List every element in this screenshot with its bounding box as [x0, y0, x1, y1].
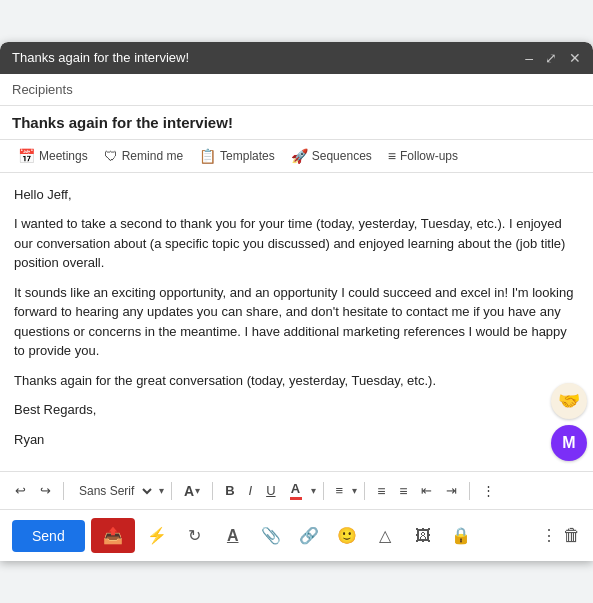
- lightning-button[interactable]: ⚡: [141, 520, 173, 552]
- body-closing: Best Regards,: [14, 400, 579, 420]
- follow-ups-label: Follow-ups: [400, 149, 458, 163]
- more-options-button[interactable]: ⋮: [541, 526, 557, 545]
- underline-button[interactable]: U: [261, 480, 280, 501]
- minimize-button[interactable]: –: [525, 50, 533, 66]
- recipients-row[interactable]: Recipients: [0, 74, 593, 106]
- toolbar-templates[interactable]: 📋 Templates: [193, 144, 281, 168]
- font-family-select[interactable]: Sans Serif: [71, 481, 155, 501]
- bottom-bar: Send 📤 ⚡ ↻ A 📎 🔗 🙂 △ 🖼 🔒: [0, 509, 593, 561]
- lightning-icon: ⚡: [147, 526, 167, 545]
- toolbar-sequences[interactable]: 🚀 Sequences: [285, 144, 378, 168]
- refresh-button[interactable]: ↻: [179, 520, 211, 552]
- lock-icon: 🔒: [451, 526, 471, 545]
- font-size-button[interactable]: A ▾: [179, 480, 205, 502]
- text-format-icon: A: [227, 527, 239, 545]
- emoji-button[interactable]: 🙂: [331, 520, 363, 552]
- body-greeting: Hello Jeff,: [14, 185, 579, 205]
- schedule-send-button[interactable]: 📤: [91, 518, 135, 553]
- format-toolbar: ↩ ↪ Sans Serif ▾ A ▾ B I U A ▾ ≡ ▾ ≡ ≡ ⇤…: [0, 471, 593, 509]
- email-body[interactable]: Hello Jeff, I wanted to take a second to…: [0, 173, 593, 472]
- body-para2: It sounds like an exciting opportunity, …: [14, 283, 579, 361]
- follow-ups-icon: ≡: [388, 148, 396, 164]
- ordered-list-button[interactable]: ≡: [372, 480, 390, 502]
- send-button[interactable]: Send: [12, 520, 85, 552]
- indent-increase-button[interactable]: ⇥: [441, 480, 462, 501]
- sequences-icon: 🚀: [291, 148, 308, 164]
- window-controls: – ⤢ ✕: [525, 50, 581, 66]
- attachment-icon: 📎: [261, 526, 281, 545]
- body-signature: Ryan: [14, 430, 579, 450]
- redo-button[interactable]: ↪: [35, 480, 56, 501]
- font-color-arrow-icon: ▾: [311, 485, 316, 496]
- separator-2: [171, 482, 172, 500]
- email-compose-window: Thanks again for the interview! – ⤢ ✕ Re…: [0, 42, 593, 562]
- window-title: Thanks again for the interview!: [12, 50, 189, 65]
- font-color-button[interactable]: A: [285, 478, 307, 503]
- subject-text: Thanks again for the interview!: [12, 114, 233, 131]
- separator-1: [63, 482, 64, 500]
- subject-row: Thanks again for the interview!: [0, 106, 593, 140]
- meetings-icon: 📅: [18, 148, 35, 164]
- templates-icon: 📋: [199, 148, 216, 164]
- drive-icon: △: [379, 526, 391, 545]
- remind-icon: 🛡: [104, 148, 118, 164]
- undo-button[interactable]: ↩: [10, 480, 31, 501]
- refresh-icon: ↻: [188, 526, 201, 545]
- discard-draft-button[interactable]: 🗑: [563, 525, 581, 546]
- chevron-down-icon: ▾: [159, 485, 164, 496]
- purple-m-button[interactable]: M: [551, 425, 587, 461]
- photo-icon: 🖼: [415, 527, 431, 545]
- remind-label: Remind me: [122, 149, 183, 163]
- toolbar-meetings[interactable]: 📅 Meetings: [12, 144, 94, 168]
- align-arrow-icon: ▾: [352, 485, 357, 496]
- templates-label: Templates: [220, 149, 275, 163]
- drive-button[interactable]: △: [369, 520, 401, 552]
- photo-button[interactable]: 🖼: [407, 520, 439, 552]
- more-format-button[interactable]: ⋮: [477, 480, 500, 501]
- sequences-label: Sequences: [312, 149, 372, 163]
- lock-button[interactable]: 🔒: [445, 520, 477, 552]
- title-bar: Thanks again for the interview! – ⤢ ✕: [0, 42, 593, 74]
- attachment-button[interactable]: 📎: [255, 520, 287, 552]
- separator-3: [212, 482, 213, 500]
- align-button[interactable]: ≡: [331, 480, 349, 501]
- toolbar-follow-ups[interactable]: ≡ Follow-ups: [382, 144, 464, 168]
- expand-button[interactable]: ⤢: [545, 50, 557, 66]
- bold-button[interactable]: B: [220, 480, 239, 501]
- separator-5: [364, 482, 365, 500]
- body-para1: I wanted to take a second to thank you f…: [14, 214, 579, 273]
- handshake-button[interactable]: 🤝: [551, 383, 587, 419]
- recipients-label: Recipients: [12, 82, 73, 97]
- text-format-button[interactable]: A: [217, 520, 249, 552]
- separator-4: [323, 482, 324, 500]
- right-floating-icons: 🤝 M: [551, 383, 587, 461]
- italic-button[interactable]: I: [244, 480, 258, 501]
- link-button[interactable]: 🔗: [293, 520, 325, 552]
- body-para3: Thanks again for the great conversation …: [14, 371, 579, 391]
- meetings-label: Meetings: [39, 149, 88, 163]
- separator-6: [469, 482, 470, 500]
- unordered-list-button[interactable]: ≡: [394, 480, 412, 502]
- toolbar-remind-me[interactable]: 🛡 Remind me: [98, 144, 189, 168]
- schedule-icon: 📤: [103, 526, 123, 545]
- indent-decrease-button[interactable]: ⇤: [416, 480, 437, 501]
- link-icon: 🔗: [299, 526, 319, 545]
- purple-m-label: M: [562, 431, 575, 455]
- close-button[interactable]: ✕: [569, 50, 581, 66]
- emoji-icon: 🙂: [337, 526, 357, 545]
- plugin-toolbar: 📅 Meetings 🛡 Remind me 📋 Templates 🚀 Seq…: [0, 140, 593, 173]
